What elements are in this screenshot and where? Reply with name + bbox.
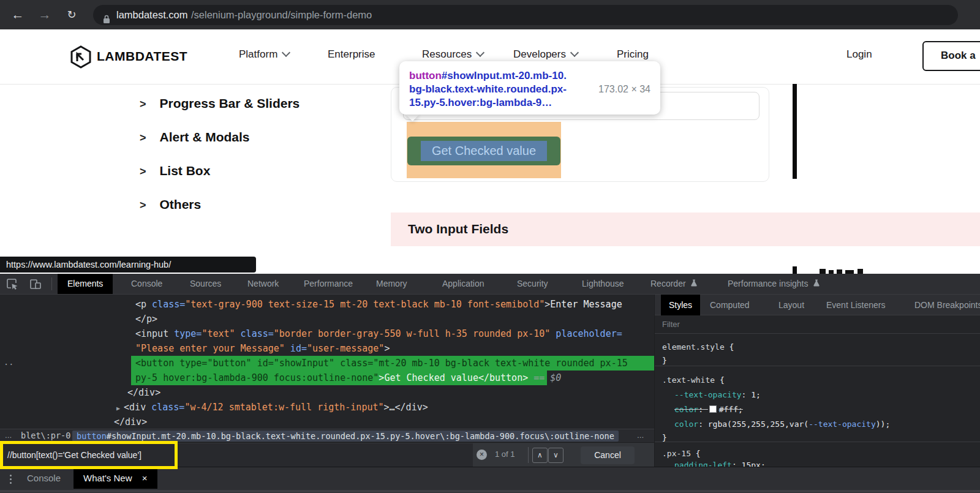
device-toolbar-icon[interactable] — [29, 278, 42, 293]
previous-match-icon[interactable]: ∧ — [532, 448, 548, 463]
url-bar[interactable]: lambdatest.com /selenium-playground/simp… — [93, 5, 958, 25]
dom-tree-line[interactable]: </p> — [135, 312, 157, 326]
chevron-right-icon: > — [140, 132, 146, 144]
devtools-tab-lighthouse[interactable]: Lighthouse — [582, 274, 624, 294]
breadcrumb-overflow-right[interactable]: ... — [637, 431, 644, 440]
chevron-right-icon: > — [140, 199, 146, 211]
sidebar-item-alert-modals[interactable]: >Alert & Modals — [140, 129, 300, 145]
elements-breadcrumb-bar: ... blet\:pr-0 button#showInput.mt-20.mb… — [0, 429, 654, 442]
devtools-tab-memory[interactable]: Memory — [376, 274, 407, 294]
login-link[interactable]: Login — [846, 48, 872, 61]
styles-filter-input[interactable]: Filter — [655, 315, 980, 334]
drawer-menu-icon[interactable] — [10, 473, 12, 486]
dom-tree-line[interactable]: </div> — [127, 385, 160, 400]
clipped-text-fragment — [837, 269, 842, 274]
devtools-tab-performance[interactable]: Performance — [304, 274, 353, 294]
search-query: //button[text()='Get Checked value'] — [7, 450, 141, 460]
styles-subtab-computed[interactable]: Computed — [710, 295, 750, 315]
flask-icon — [690, 279, 698, 287]
devtools-tab-recorder[interactable]: Recorder — [650, 274, 698, 294]
css-rule-line[interactable]: color: rgba(255,255,255,var(--text-opaci… — [674, 419, 890, 430]
drawer-tab-console[interactable]: Console — [27, 467, 61, 489]
book-demo-button[interactable]: Book a — [922, 41, 980, 71]
chevron-down-icon — [570, 48, 579, 57]
css-rule-line[interactable]: element.style { — [662, 342, 734, 353]
clipped-text-fragment — [858, 269, 863, 274]
section-heading: Two Input Fields — [391, 213, 980, 236]
dom-tree-line[interactable]: </div> — [114, 415, 147, 429]
flask-icon — [813, 279, 820, 287]
lambdatest-logo-text[interactable]: LAMBDATEST — [97, 49, 187, 64]
css-rule-line[interactable]: color: #fff; — [674, 404, 743, 415]
playground-sidebar: >Progress Bar & Sliders>Alert & Modals>L… — [140, 96, 300, 230]
inspect-tooltip: button#showInput.mt-20.mb-10. bg-black.t… — [399, 61, 660, 115]
dom-tree-line[interactable]: "Please enter your Message" id="user-mes… — [135, 341, 390, 356]
devtools-tab-security[interactable]: Security — [517, 274, 548, 294]
color-swatch — [709, 405, 717, 413]
dom-tree-line[interactable]: ▶ <div class="w-4/12 smtablet:w-full rig… — [116, 400, 428, 415]
inspect-element-icon[interactable] — [6, 278, 18, 293]
styles-subtab-styles[interactable]: Styles — [661, 295, 700, 315]
css-rule-line[interactable]: --text-opacity: 1; — [674, 390, 761, 401]
css-rule-line[interactable]: .px-15 { — [662, 448, 701, 459]
devtools-tab-console[interactable]: Console — [131, 274, 162, 294]
search-input[interactable]: //button[text()='Get Checked value'] — [0, 443, 473, 467]
drawer-tab-whats-new[interactable]: What's New × — [74, 467, 157, 489]
inspect-content-overlay: Get Checked value — [421, 141, 547, 161]
devtools-drawer: Console What's New × — [0, 467, 980, 493]
breadcrumb-overflow-left[interactable]: ... — [5, 431, 12, 440]
url-domain: lambdatest.com — [116, 5, 187, 25]
close-icon[interactable]: × — [142, 473, 148, 483]
tooltip-tag: button — [409, 70, 442, 81]
next-match-icon[interactable]: ∨ — [548, 448, 564, 463]
elements-tree: .. <p class="text-gray-900 text-size-15 … — [0, 295, 654, 429]
nav-item-platform[interactable]: Platform — [239, 48, 289, 61]
gutter-ellipsis: .. — [4, 357, 13, 367]
tooltip-dimensions: 173.02 × 34 — [598, 83, 650, 96]
nav-item-developers[interactable]: Developers — [513, 48, 578, 61]
devtools-tab-performance-insights[interactable]: Performance insights — [728, 274, 820, 294]
chevron-down-icon — [476, 48, 484, 57]
styles-panel: StylesComputedLayoutEvent ListenersDOM B… — [654, 295, 980, 467]
css-rule-line[interactable]: padding-left: 15px; — [674, 460, 766, 467]
clear-search-icon[interactable]: × — [477, 450, 487, 460]
cancel-button[interactable]: Cancel — [581, 446, 635, 464]
devtools-tab-elements[interactable]: Elements — [58, 274, 113, 294]
sidebar-item-progress-bar-sliders[interactable]: >Progress Bar & Sliders — [140, 96, 300, 111]
dom-tree-line[interactable]: py-5 hover:bg-lambda-900 focus:outline-n… — [135, 371, 561, 385]
page-divider-line-fragment — [793, 266, 797, 274]
back-icon[interactable]: ← — [9, 6, 27, 23]
reload-icon[interactable]: ↻ — [62, 6, 81, 23]
forward-icon[interactable]: → — [36, 6, 54, 23]
dom-tree-line[interactable]: <p class="text-gray-900 text-size-15 mt-… — [135, 297, 622, 312]
clipped-text-fragment — [820, 269, 826, 274]
devtools-tab-application[interactable]: Application — [442, 274, 484, 294]
search-divider — [528, 447, 529, 463]
lambdatest-logo-icon[interactable] — [70, 45, 92, 71]
nav-item-resources[interactable]: Resources — [422, 48, 483, 61]
chevron-right-icon: > — [140, 98, 146, 110]
css-rule-line[interactable]: } — [662, 432, 667, 443]
rule-separator — [655, 366, 980, 366]
breadcrumb-parent[interactable]: blet\:pr-0 — [21, 431, 70, 440]
styles-subtab-event-listeners[interactable]: Event Listeners — [826, 295, 886, 315]
sidebar-item-list-box[interactable]: >List Box — [140, 163, 300, 179]
styles-subtab-layout[interactable]: Layout — [778, 295, 804, 315]
styles-subtabs: StylesComputedLayoutEvent ListenersDOM B… — [655, 295, 980, 315]
sidebar-item-others[interactable]: >Others — [140, 197, 300, 213]
chevron-down-icon — [282, 48, 290, 57]
dom-tree-line[interactable]: <input type="text" class="border border-… — [135, 326, 622, 341]
page-divider-line — [793, 84, 797, 179]
css-rule-line[interactable]: } — [662, 355, 667, 366]
dom-tree-line[interactable]: <button type="button" id="showInput" cla… — [135, 356, 628, 371]
breadcrumb-selected[interactable]: button#showInput.mt-20.mb-10.bg-black.te… — [72, 431, 619, 442]
url-path: /selenium-playground/simple-form-demo — [191, 5, 372, 25]
nav-item-pricing[interactable]: Pricing — [617, 48, 649, 61]
devtools-tab-network[interactable]: Network — [247, 274, 279, 294]
css-rule-line[interactable]: .text-white { — [662, 375, 725, 386]
devtools-tab-sources[interactable]: Sources — [190, 274, 221, 294]
match-count: 1 of 1 — [495, 450, 515, 459]
lock-icon — [103, 10, 110, 31]
nav-item-enterprise[interactable]: Enterprise — [328, 48, 375, 61]
styles-subtab-dom-breakpoints[interactable]: DOM Breakpoints — [914, 295, 980, 315]
